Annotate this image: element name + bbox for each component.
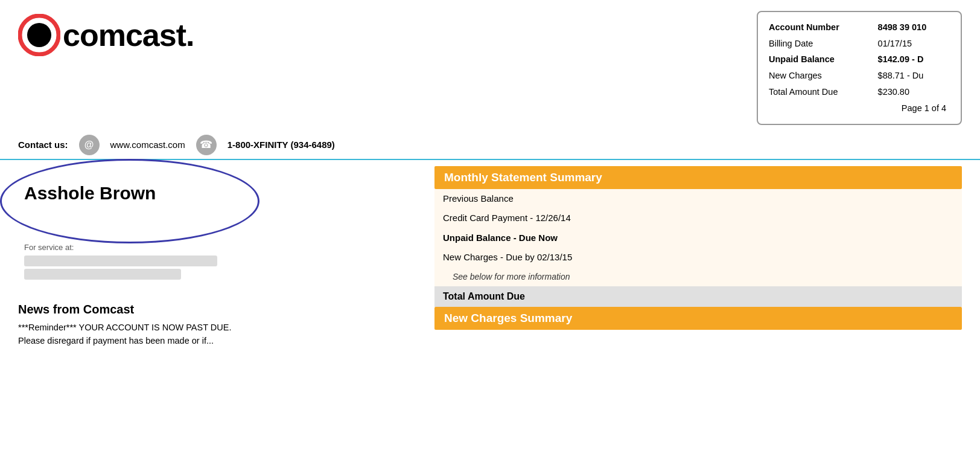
total-due-row: Total Amount Due $230.80 bbox=[769, 84, 950, 100]
unpaid-balance-value: $142.09 - D bbox=[866, 51, 950, 68]
logo-circle-icon bbox=[18, 14, 60, 56]
new-charges-summary-header: New Charges Summary bbox=[434, 307, 962, 330]
total-due-label: Total Amount Due bbox=[769, 84, 866, 100]
summary-row-new-charges: New Charges - Due by 02/13/15 bbox=[434, 248, 962, 268]
billing-date-value: 01/17/15 bbox=[866, 36, 950, 52]
prev-balance-label: Previous Balance bbox=[434, 189, 907, 209]
contact-website: www.comcast.com bbox=[110, 140, 185, 150]
main-body: Asshole Brown For service at: News from … bbox=[0, 160, 980, 450]
summary-row-prev-balance: Previous Balance bbox=[434, 189, 962, 209]
news-body-line1: ***Reminder*** YOUR ACCOUNT IS NOW PAST … bbox=[18, 321, 404, 335]
billing-date-label: Billing Date bbox=[769, 36, 866, 52]
monthly-summary-table: Previous Balance Credit Card Payment - 1… bbox=[434, 189, 962, 307]
unpaid-balance-label: Unpaid Balance bbox=[769, 51, 866, 68]
news-title: News from Comcast bbox=[18, 303, 404, 317]
phone-icon: ☎ bbox=[196, 135, 217, 155]
account-number-label: Account Number bbox=[769, 19, 866, 36]
total-amount-due-value bbox=[907, 286, 962, 307]
right-column: Monthly Statement Summary Previous Balan… bbox=[422, 160, 980, 450]
page: comcast. Account Number 8498 39 010 Bill… bbox=[0, 0, 980, 450]
page-row: Page 1 of 4 bbox=[769, 100, 950, 117]
logo-text: comcast bbox=[63, 17, 186, 53]
new-charges-section: New Charges Summary bbox=[434, 307, 962, 330]
unpaid-balance-due-label: Unpaid Balance - Due Now bbox=[434, 228, 907, 248]
contact-bar: Contact us: @ www.comcast.com ☎ 1-800-XF… bbox=[0, 131, 980, 160]
prev-balance-value bbox=[907, 189, 962, 209]
blurred-address-line1 bbox=[24, 256, 217, 266]
new-charges-row: New Charges $88.71 - Du bbox=[769, 68, 950, 84]
customer-name: Asshole Brown bbox=[18, 172, 156, 210]
email-icon: @ bbox=[79, 135, 100, 155]
name-oval: Asshole Brown bbox=[18, 172, 156, 210]
svg-point-1 bbox=[27, 23, 51, 47]
top-section: comcast. Account Number 8498 39 010 Bill… bbox=[0, 0, 980, 131]
news-section: News from Comcast ***Reminder*** YOUR AC… bbox=[18, 303, 404, 348]
summary-row-see-below: See below for more information bbox=[434, 268, 962, 286]
new-charges-due-value bbox=[907, 248, 962, 268]
new-charges-due-label: New Charges - Due by 02/13/15 bbox=[434, 248, 907, 268]
news-body-line2: Please disregard if payment has been mad… bbox=[18, 335, 404, 348]
monthly-summary-header: Monthly Statement Summary bbox=[434, 166, 962, 189]
new-charges-label: New Charges bbox=[769, 68, 866, 84]
total-amount-due-label: Total Amount Due bbox=[434, 286, 907, 307]
payment-label: Credit Card Payment - 12/26/14 bbox=[434, 208, 907, 228]
monthly-summary-section: Monthly Statement Summary Previous Balan… bbox=[434, 166, 962, 307]
blurred-address-line2 bbox=[24, 269, 181, 280]
page-label: Page 1 of 4 bbox=[769, 100, 950, 117]
account-info-box: Account Number 8498 39 010 Billing Date … bbox=[757, 11, 962, 125]
service-at-label: For service at: bbox=[24, 243, 404, 252]
contact-label: Contact us: bbox=[18, 140, 68, 150]
customer-name-section: Asshole Brown For service at: bbox=[18, 172, 404, 280]
see-below-label: See below for more information bbox=[434, 268, 907, 286]
summary-row-total: Total Amount Due bbox=[434, 286, 962, 307]
account-number-row: Account Number 8498 39 010 bbox=[769, 19, 950, 36]
logo-dot: . bbox=[186, 17, 194, 53]
account-info-table: Account Number 8498 39 010 Billing Date … bbox=[769, 19, 950, 117]
billing-date-row: Billing Date 01/17/15 bbox=[769, 36, 950, 52]
unpaid-balance-row: Unpaid Balance $142.09 - D bbox=[769, 51, 950, 68]
new-charges-value: $88.71 - Du bbox=[866, 68, 950, 84]
comcast-logo: comcast. bbox=[18, 14, 194, 56]
left-column: Asshole Brown For service at: News from … bbox=[0, 160, 422, 450]
unpaid-balance-due-value bbox=[907, 228, 962, 248]
total-due-value: $230.80 bbox=[866, 84, 950, 100]
contact-phone-number: 1-800-XFINITY (934-6489) bbox=[228, 140, 335, 150]
payment-value bbox=[907, 208, 962, 228]
summary-row-unpaid-balance: Unpaid Balance - Due Now bbox=[434, 228, 962, 248]
summary-row-payment: Credit Card Payment - 12/26/14 bbox=[434, 208, 962, 228]
account-number-value: 8498 39 010 bbox=[866, 19, 950, 36]
see-below-value bbox=[907, 268, 962, 286]
